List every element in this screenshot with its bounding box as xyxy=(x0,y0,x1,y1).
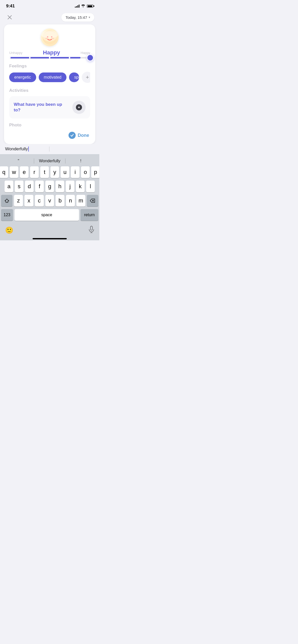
key-s[interactable]: s xyxy=(15,181,23,192)
date-picker-button[interactable]: Today, 15:47 ▾ xyxy=(61,13,94,22)
space-key[interactable]: space xyxy=(15,209,79,221)
return-key[interactable]: return xyxy=(80,209,98,221)
feeling-chip-energetic[interactable]: energetic xyxy=(9,72,36,82)
key-v[interactable]: v xyxy=(45,195,54,207)
key-y[interactable]: y xyxy=(50,166,59,178)
predictive-word-1[interactable]: " xyxy=(3,157,34,165)
keyboard-rows: q w e r t y u i o p a s d f g h j k l xyxy=(0,166,99,223)
svg-point-3 xyxy=(43,30,57,45)
wifi-icon xyxy=(81,4,85,8)
delete-key[interactable] xyxy=(87,195,98,207)
status-time: 9:41 xyxy=(6,4,15,9)
slider-dot xyxy=(29,57,31,58)
key-q[interactable]: q xyxy=(0,166,8,178)
key-p[interactable]: p xyxy=(91,166,99,178)
svg-rect-15 xyxy=(90,226,92,230)
key-x[interactable]: x xyxy=(24,195,33,207)
key-a[interactable]: a xyxy=(5,181,13,192)
svg-point-6 xyxy=(51,36,52,38)
battery-icon xyxy=(87,5,93,8)
home-indicator xyxy=(0,236,99,240)
numbers-key[interactable]: 123 xyxy=(1,209,13,221)
main-card: Unhappy Happy Happy Feelings energetic m… xyxy=(4,24,95,144)
text-input-area[interactable]: Wonderfully xyxy=(0,144,99,154)
photo-section: Photo xyxy=(9,123,90,128)
chevron-down-icon: ▾ xyxy=(89,16,90,19)
key-m[interactable]: m xyxy=(76,195,85,207)
plus-circle-icon xyxy=(76,104,82,110)
status-icons xyxy=(75,4,93,8)
key-t[interactable]: t xyxy=(40,166,49,178)
svg-rect-11 xyxy=(79,106,79,108)
key-j[interactable]: j xyxy=(66,181,74,192)
happy-label: Happy xyxy=(80,51,90,55)
slider-track xyxy=(9,57,90,58)
activities-card: What have you been up to? xyxy=(9,96,90,119)
signal-icon xyxy=(75,5,79,8)
key-c[interactable]: c xyxy=(35,195,44,207)
keyboard-toolbar: 🙂 xyxy=(0,223,99,236)
key-l[interactable]: l xyxy=(86,181,95,192)
add-feeling-button[interactable]: + xyxy=(82,72,90,83)
feelings-row: energetic motivated spirite + xyxy=(9,72,90,83)
feeling-chip-spirited[interactable]: spirite xyxy=(69,72,79,82)
key-i[interactable]: i xyxy=(71,166,79,178)
home-bar xyxy=(33,238,67,239)
key-row-1: q w e r t y u i o p xyxy=(1,166,98,178)
text-cursor xyxy=(28,147,29,152)
close-button[interactable] xyxy=(5,13,14,22)
slider-dot xyxy=(9,57,11,58)
predictive-word-3[interactable]: ! xyxy=(65,157,96,165)
key-k[interactable]: k xyxy=(76,181,85,192)
slider-dots xyxy=(9,57,90,58)
shift-key[interactable] xyxy=(1,195,12,207)
key-u[interactable]: u xyxy=(61,166,69,178)
activities-icon-button[interactable] xyxy=(72,101,86,114)
key-b[interactable]: b xyxy=(56,195,64,207)
done-check-icon xyxy=(69,132,76,139)
date-label: Today, 15:47 xyxy=(65,15,87,20)
slider-dot xyxy=(69,57,70,58)
key-h[interactable]: h xyxy=(56,181,64,192)
svg-point-7 xyxy=(45,38,47,39)
key-row-4: 123 space return xyxy=(1,209,98,221)
text-input-field: Wonderfully xyxy=(5,147,29,152)
slider-thumb[interactable] xyxy=(87,54,94,61)
mood-emoji xyxy=(41,28,59,46)
key-d[interactable]: d xyxy=(25,181,34,192)
emoji-area xyxy=(9,28,90,46)
key-e[interactable]: e xyxy=(20,166,29,178)
mood-label-row: Unhappy Happy Happy xyxy=(9,49,90,56)
key-z[interactable]: z xyxy=(14,195,23,207)
mood-slider[interactable] xyxy=(9,57,90,58)
text-divider xyxy=(49,147,49,152)
key-o[interactable]: o xyxy=(81,166,90,178)
app-header: Today, 15:47 ▾ xyxy=(0,10,99,24)
key-f[interactable]: f xyxy=(35,181,44,192)
key-r[interactable]: r xyxy=(30,166,39,178)
feeling-chip-motivated[interactable]: motivated xyxy=(39,72,66,82)
text-input-value: Wonderfully xyxy=(5,147,28,152)
svg-point-5 xyxy=(47,36,48,38)
predictive-bar: " Wonderfully ! xyxy=(0,156,99,166)
done-button[interactable]: Done xyxy=(78,133,89,138)
unhappy-label: Unhappy xyxy=(9,51,22,55)
key-row-2: a s d f g h j k l xyxy=(1,181,98,192)
key-row-3: z x c v b n m xyxy=(1,195,98,207)
svg-marker-12 xyxy=(5,199,9,202)
microphone-key[interactable] xyxy=(89,226,94,235)
key-w[interactable]: w xyxy=(10,166,18,178)
done-row: Done xyxy=(9,132,90,139)
predictive-word-2[interactable]: Wonderfully xyxy=(34,157,65,165)
key-g[interactable]: g xyxy=(45,181,54,192)
emoji-key[interactable]: 🙂 xyxy=(5,226,13,234)
activities-prompt: What have you been up to? xyxy=(14,102,65,113)
svg-point-0 xyxy=(83,7,84,7)
feelings-section-label: Feelings xyxy=(9,64,90,69)
activities-section: Activities What have you been up to? xyxy=(9,88,90,119)
key-n[interactable]: n xyxy=(66,195,75,207)
photo-section-label: Photo xyxy=(9,123,90,128)
slider-dot xyxy=(49,57,50,58)
activities-section-label: Activities xyxy=(9,88,90,93)
svg-point-8 xyxy=(52,38,54,39)
